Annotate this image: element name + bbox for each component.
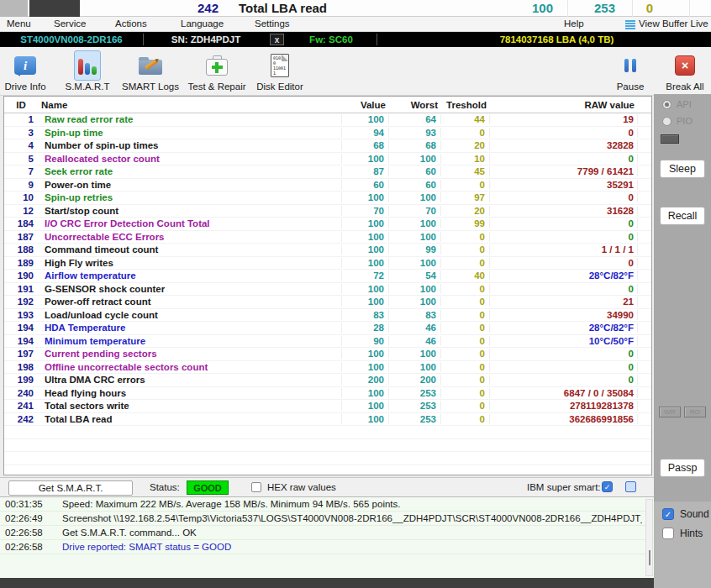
attr-treshold: 0 [441, 297, 490, 307]
smart-table-row[interactable]: 190 Airflow temperature 72 54 40 28°C/82… [4, 270, 651, 283]
menu-item-service[interactable]: Service [54, 18, 86, 29]
attr-worst: 200 [389, 375, 441, 385]
view-buffer-live-button[interactable]: View Buffer Live [639, 18, 708, 29]
smart-table-row[interactable]: 240 Head flying hours 100 253 0 6847 / 0… [4, 387, 651, 401]
smart-table-row[interactable]: 194 Minimum temperature 90 46 0 10°C/50°… [4, 335, 651, 349]
drive-info-button[interactable]: i Drive Info [0, 50, 50, 92]
column-header-name[interactable]: Name [38, 100, 342, 110]
menu-item-help[interactable]: Help [564, 18, 584, 29]
right-sidebar: API PIO Sleep Recall WR RO Passp [654, 94, 711, 501]
smart-table-row[interactable]: 194 HDA Temperature 28 46 0 28°C/82°F [4, 322, 651, 335]
checkbox-checked-icon[interactable]: ✓ [662, 508, 674, 520]
checkbox-unchecked-icon[interactable] [662, 528, 674, 539]
column-header-worst[interactable]: Worst [389, 100, 441, 110]
smart-logs-button[interactable]: SMART Logs [118, 50, 182, 92]
ro-button[interactable]: RO [684, 407, 706, 417]
log-panel[interactable]: 00:31:35 Speed: Maximum 222 MB/s. Averag… [0, 497, 654, 578]
wr-button[interactable]: WR [659, 407, 681, 417]
attr-raw-value: 0 [490, 192, 638, 202]
close-tab-button[interactable]: x [270, 34, 284, 45]
smart-logs-label: SMART Logs [122, 81, 179, 92]
smart-table-row[interactable]: 198 Offline uncorrectable sectors count … [4, 361, 651, 375]
smart-table-row[interactable]: 9 Power-on time 60 60 0 35291 [4, 179, 651, 192]
attr-id: 192 [4, 297, 38, 307]
column-header-treshold[interactable]: Treshold [441, 100, 490, 110]
smart-table-row[interactable]: 241 Total sectors write 100 253 0 278119… [4, 400, 651, 413]
recall-button[interactable]: Recall [660, 207, 705, 225]
column-header-id[interactable]: ID [4, 100, 38, 110]
api-radio[interactable]: API [662, 99, 692, 109]
attr-treshold: 97 [441, 192, 490, 202]
bottom-scroll-strip[interactable] [0, 578, 654, 588]
sound-checkbox-row[interactable]: ✓ Sound [662, 508, 709, 520]
smart-table-row[interactable]: 191 G-SENSOR shock counter 100 100 0 0 [4, 283, 651, 297]
attr-worst: 64 [389, 114, 441, 124]
menu-item-actions[interactable]: Actions [115, 18, 147, 29]
drive-info-bar: ST4000VN008-2DR166 SN: ZDH4PDJT x Fw: SC… [0, 32, 711, 47]
smart-table-row[interactable]: 188 Command timeout count 100 99 0 1 / 1… [4, 244, 651, 257]
smart-table-row[interactable]: 184 I/O CRC Error Detection Count Total … [4, 218, 651, 231]
smart-table-row[interactable] [4, 465, 651, 476]
attr-raw-value: 19 [490, 114, 638, 124]
disk-editor-button[interactable]: 010110 110011 101000 0001 Disk Editor [252, 50, 308, 92]
log-scrollbar[interactable] [645, 499, 653, 576]
smart-table-row[interactable]: 4 Number of spin-up times 68 68 20 32828 [4, 139, 651, 153]
smart-table-row[interactable]: 12 Start/stop count 70 70 20 31628 [4, 205, 651, 218]
menu-item-settings[interactable]: Settings [255, 18, 290, 29]
column-header-raw[interactable]: RAW value [490, 100, 638, 110]
attr-treshold: 20 [441, 206, 490, 216]
attr-name: Uncorrectable ECC Errors [38, 232, 342, 242]
strip-attr-treshold: 0 [626, 1, 653, 15]
attr-worst: 100 [389, 284, 441, 294]
smart-table-row[interactable]: 5 Reallocated sector count 100 100 10 0 [4, 153, 651, 166]
test-repair-label: Test & Repair [187, 81, 245, 92]
smart-tab-button[interactable]: S.M.A.R.T [61, 50, 113, 92]
column-header-value[interactable]: Value [342, 100, 389, 110]
pio-radio[interactable]: PIO [662, 116, 693, 126]
menu-item-language[interactable]: Language [181, 18, 224, 29]
smart-table-row[interactable]: 10 Spin-up retries 100 100 97 0 [4, 192, 651, 205]
smart-table-row[interactable]: 199 Ultra DMA CRC errors 200 200 0 0 [4, 374, 651, 387]
attr-id: 187 [4, 232, 38, 242]
test-repair-button[interactable]: Test & Repair [184, 50, 250, 92]
smart-table-row[interactable]: 1 Raw read error rate 100 64 44 19 [4, 113, 651, 127]
attr-worst: 100 [389, 362, 441, 372]
attr-value: 70 [342, 206, 389, 216]
attr-raw-value: 1 / 1 / 1 [490, 244, 638, 255]
smart-table-row[interactable]: 7 Seek error rate 87 60 45 7799 / 61421 [4, 165, 651, 179]
attr-raw-value: 21 [490, 297, 638, 307]
attr-treshold: 0 [441, 349, 490, 359]
passp-button[interactable]: Passp [660, 459, 705, 477]
attr-value: 100 [342, 218, 389, 228]
api-label: API [677, 99, 692, 109]
attr-treshold: 10 [441, 154, 490, 164]
smart-table-row[interactable]: 189 High Fly writes 100 100 0 0 [4, 257, 651, 270]
smart-table-row[interactable]: 3 Spin-up time 94 93 0 0 [4, 127, 651, 140]
smart-table-row[interactable]: 187 Uncorrectable ECC Errors 100 100 0 0 [4, 231, 651, 244]
attr-value: 100 [342, 192, 389, 202]
attr-name: Spin-up retries [38, 192, 342, 202]
ibm-super-smart-checkbox[interactable]: ✓ [602, 481, 613, 492]
break-all-button[interactable]: × Break All [661, 50, 709, 92]
scrollbar-thumb[interactable] [649, 550, 650, 565]
hints-checkbox-row[interactable]: Hints [662, 528, 703, 539]
hex-raw-checkbox[interactable] [251, 482, 261, 492]
smart-table-row[interactable]: 192 Power-off retract count 100 100 0 21 [4, 296, 651, 309]
attr-worst: 100 [389, 258, 441, 268]
ibm-indicator-box[interactable] [625, 481, 636, 492]
smart-table-row[interactable] [4, 426, 651, 439]
sleep-button[interactable]: Sleep [660, 160, 705, 178]
smart-table-row[interactable]: 193 Load/unload cycle count 83 83 0 3499… [4, 309, 651, 323]
get-smart-button[interactable]: Get S.M.A.R.T. [8, 480, 133, 496]
smart-table-row[interactable]: 242 Total LBA read 100 253 0 36268699185… [4, 413, 651, 427]
drive-model[interactable]: ST4000VN008-2DR166 [0, 32, 143, 47]
attr-name: Power-off retract count [38, 297, 342, 307]
menu-item-menu[interactable]: Menu [7, 18, 31, 29]
smart-table-row[interactable] [4, 439, 651, 453]
attr-treshold: 20 [441, 140, 490, 150]
smart-table-row[interactable]: 197 Current pending sectors 100 100 0 0 [4, 348, 651, 361]
smart-table-row[interactable] [4, 452, 651, 465]
attr-name: Number of spin-up times [38, 140, 342, 150]
pause-button[interactable]: Pause [605, 50, 656, 92]
info-icon: i [14, 56, 36, 75]
